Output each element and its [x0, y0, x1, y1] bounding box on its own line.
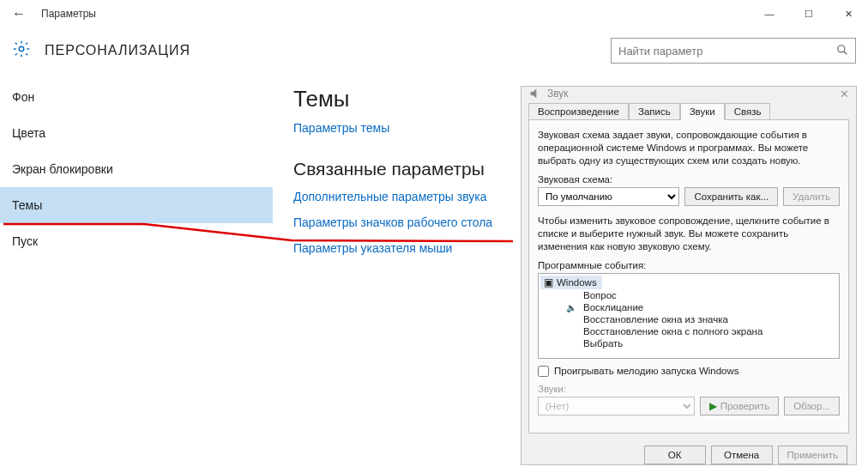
sounds-label: Звуки: [538, 384, 840, 394]
sound-file-select: (Нет) [538, 397, 695, 415]
tree-item[interactable]: Восстановление окна с полного экрана [540, 325, 837, 337]
play-startup-checkbox[interactable] [538, 366, 549, 377]
save-as-button[interactable]: Сохранить как... [684, 187, 778, 206]
tree-item[interactable]: Восстановление окна из значка [540, 313, 837, 325]
scheme-label: Звуковая схема: [538, 174, 840, 185]
apply-button: Применить [778, 446, 847, 464]
svg-line-2 [844, 51, 847, 54]
speaker-icon [528, 87, 542, 100]
sound-dialog-titlebar[interactable]: Звук ✕ [521, 87, 856, 100]
gear-icon [12, 39, 31, 62]
ok-button[interactable]: ОК [644, 446, 706, 464]
play-icon: ▶ [709, 400, 717, 412]
browse-button: Обзор... [784, 397, 840, 415]
tree-item[interactable]: Выбрать [540, 337, 837, 349]
sound-event-icon: 🔈 [566, 303, 576, 312]
tree-root[interactable]: ▣Windows [540, 276, 602, 289]
window-title: Параметры [41, 8, 96, 20]
tab-sounds[interactable]: Звуки [680, 103, 725, 120]
sound-dialog-title: Звук [547, 88, 569, 100]
sound-tabs: Воспроизведение Запись Звуки Связь [521, 102, 856, 119]
tree-item[interactable]: Вопрос [540, 289, 837, 301]
sound-dialog-footer: ОК Отмена Применить [521, 440, 856, 473]
test-button: ▶Проверить [700, 397, 780, 415]
titlebar: ← Параметры — ☐ ✕ [0, 0, 868, 27]
sidebar-item-start[interactable]: Пуск [0, 223, 273, 259]
sidebar-item-lockscreen[interactable]: Экран блокировки [0, 151, 273, 187]
sidebar-item-background[interactable]: Фон [0, 79, 273, 115]
events-tree[interactable]: ▣Windows Вопрос 🔈Восклицание Восстановле… [538, 273, 840, 359]
tree-item[interactable]: 🔈Восклицание [540, 301, 837, 313]
delete-button: Удалить [783, 187, 840, 206]
sound-dialog-close-icon[interactable]: ✕ [840, 88, 849, 100]
scheme-select[interactable]: По умолчанию [538, 187, 679, 206]
cancel-button[interactable]: Отмена [711, 446, 773, 464]
events-label: Программные события: [538, 260, 840, 270]
minimize-button[interactable]: — [750, 0, 789, 27]
windows-icon: ▣ [544, 277, 553, 288]
sidebar: Фон Цвета Экран блокировки Темы Пуск [0, 74, 273, 473]
window-controls: — ☐ ✕ [750, 0, 868, 27]
tab-recording[interactable]: Запись [629, 103, 680, 120]
sound-tab-content: Звуковая схема задает звуки, сопровождаю… [528, 119, 849, 434]
back-button[interactable]: ← [12, 6, 29, 21]
tab-communications[interactable]: Связь [725, 103, 771, 120]
svg-point-1 [838, 45, 845, 52]
tab-playback[interactable]: Воспроизведение [528, 103, 629, 120]
change-hint: Чтобы изменить звуковое сопровождение, щ… [538, 215, 840, 253]
close-button[interactable]: ✕ [829, 0, 868, 27]
header: ПЕРСОНАЛИЗАЦИЯ [0, 27, 868, 74]
maximize-button[interactable]: ☐ [789, 0, 829, 27]
category-title: ПЕРСОНАЛИЗАЦИЯ [45, 43, 190, 58]
svg-point-0 [19, 46, 24, 52]
search-input[interactable] [618, 45, 833, 58]
scheme-description: Звуковая схема задает звуки, сопровождаю… [538, 129, 840, 167]
sidebar-item-colors[interactable]: Цвета [0, 115, 273, 151]
sidebar-item-themes[interactable]: Темы [0, 187, 273, 223]
search-box[interactable] [611, 38, 856, 64]
search-icon [836, 44, 848, 58]
sound-dialog: Звук ✕ Воспроизведение Запись Звуки Связ… [521, 86, 857, 465]
play-startup-label: Проигрывать мелодию запуска Windows [554, 366, 739, 376]
